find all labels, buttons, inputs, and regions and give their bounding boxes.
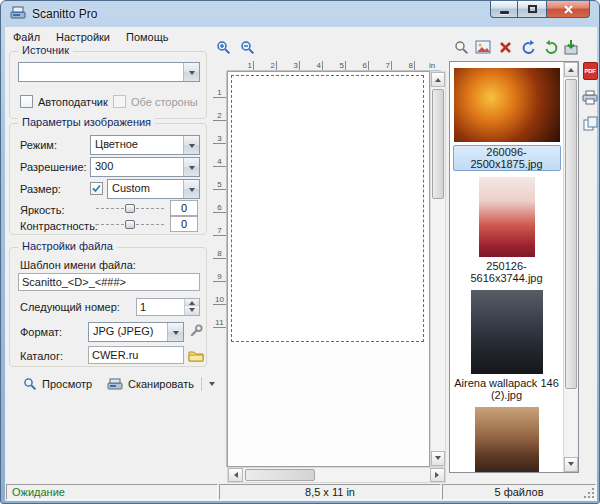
delete-x-icon [499, 41, 512, 54]
thumbnail-list: 260096-2500x1875.jpg 250126-5616x3744.jp… [449, 61, 579, 473]
preview-vertical-scrollbar[interactable] [430, 71, 446, 467]
autofeeder-checkbox[interactable] [20, 95, 33, 108]
contrast-slider[interactable] [96, 217, 164, 231]
ruler-tick-label: 11 [213, 305, 226, 328]
brightness-slider-thumb[interactable] [125, 204, 135, 213]
resolution-combobox[interactable]: 300 [90, 157, 200, 177]
thumbnail-item[interactable]: 250126-5616x3744.jpg [450, 171, 563, 284]
resolution-combobox-value: 300 [91, 158, 183, 176]
preview-button-label: Просмотр [42, 378, 92, 390]
print-button[interactable] [582, 87, 598, 107]
rotate-right-button[interactable] [541, 38, 561, 56]
maximize-button[interactable] [518, 1, 546, 18]
save-image-button[interactable] [561, 38, 581, 56]
ruler-tick-label: 9 [213, 259, 226, 282]
thumbnail-scrollbar[interactable] [563, 62, 578, 472]
chevron-left-icon [231, 472, 238, 478]
both-sides-label: Обе стороны [131, 96, 198, 108]
scan-button[interactable]: Сканировать [101, 374, 221, 394]
zoom-in-button[interactable] [213, 38, 233, 56]
chevron-down-icon [183, 63, 199, 81]
ruler-tick-label: 4 [213, 144, 226, 167]
titlebar[interactable]: Scanitto Pro [1, 1, 599, 27]
scan-button-label: Сканировать [128, 378, 194, 390]
format-settings-button[interactable] [186, 322, 206, 340]
folder-input[interactable] [88, 346, 184, 364]
view-image-button[interactable] [451, 38, 471, 56]
chevron-down-icon [189, 308, 195, 315]
scroll-left-button[interactable] [228, 468, 243, 482]
zoom-in-icon [216, 40, 231, 55]
thumbnail-item[interactable]: Airena wallapack 146 (70).jpg [450, 401, 563, 473]
scrollbar-thumb[interactable] [565, 79, 577, 389]
brightness-value: 0 [170, 200, 198, 216]
browse-folder-button[interactable] [186, 346, 206, 364]
ruler-tick-label: 5 [323, 61, 346, 70]
ruler-tick-label: 4 [300, 61, 323, 70]
scroll-up-button[interactable] [431, 72, 445, 87]
scroll-down-button[interactable] [431, 451, 445, 466]
format-combobox[interactable]: JPG (JPEG) [88, 322, 184, 342]
scan-preview-canvas[interactable] [227, 71, 430, 467]
chevron-right-icon [435, 472, 442, 478]
resize-grip[interactable] [583, 487, 595, 499]
chevron-down-icon [568, 462, 574, 469]
close-button[interactable] [546, 1, 590, 18]
app-window: Scanitto Pro ФайлНастройкиПомощь Источни… [0, 0, 600, 504]
vertical-ruler: 1234567891011 [213, 71, 227, 467]
both-sides-checkbox[interactable] [113, 95, 126, 108]
zoom-out-button[interactable] [237, 38, 257, 56]
menu-item[interactable]: Помощь [118, 28, 177, 46]
mode-combobox[interactable]: Цветное [90, 135, 200, 155]
size-checkbox[interactable] [90, 182, 103, 195]
autofeeder-label: Автоподатчик [38, 96, 108, 108]
ruler-tick-label: 7 [213, 213, 226, 236]
scroll-up-button[interactable] [564, 62, 578, 77]
source-combobox[interactable] [18, 62, 200, 82]
scrollbar-thumb[interactable] [432, 89, 444, 199]
scroll-down-button[interactable] [564, 457, 578, 472]
copy-icon [583, 116, 598, 131]
mode-label: Режим: [20, 139, 57, 151]
ruler-tick-label: 10 [213, 282, 226, 305]
delete-image-button[interactable] [495, 38, 515, 56]
preview-button[interactable]: Просмотр [17, 374, 98, 394]
ruler-tick-label: 2 [254, 61, 277, 70]
thumbnail-item[interactable]: Airena wallapack 146 (2).jpg [450, 284, 563, 401]
mode-combobox-value: Цветное [91, 136, 183, 154]
contrast-value: 0 [170, 216, 198, 232]
file-settings-group-label: Настройки файла [18, 240, 117, 252]
minimize-button[interactable] [490, 1, 518, 18]
filename-template-label: Шаблон имени файла: [20, 259, 136, 271]
format-combobox-value: JPG (JPEG) [89, 323, 167, 341]
picture-icon [475, 40, 491, 54]
ruler-unit-label: in [429, 61, 435, 70]
button-separator [201, 377, 202, 391]
preview-horizontal-scrollbar[interactable] [227, 467, 446, 483]
filename-template-input[interactable] [18, 273, 200, 291]
chevron-down-icon [183, 136, 199, 154]
thumbnail-filename: 250126-5616x3744.jpg [453, 260, 561, 284]
size-combobox[interactable]: Custom [107, 179, 200, 199]
copy-button[interactable] [582, 113, 598, 133]
scrollbar-thumb[interactable] [245, 469, 315, 481]
magnifier-icon [454, 40, 469, 55]
minimize-icon [500, 11, 509, 14]
contrast-slider-thumb[interactable] [125, 220, 135, 229]
ruler-tick-label: 5 [213, 167, 226, 190]
image-params-group: Параметры изображения Режим: Цветное Раз… [9, 123, 207, 235]
scan-selection-area[interactable] [231, 75, 424, 342]
next-number-stepper[interactable]: 1 [136, 298, 200, 316]
chevron-up-icon [189, 298, 195, 305]
contrast-label: Контрастность: [20, 220, 98, 232]
printer-icon [582, 90, 598, 105]
thumbnail-item[interactable]: 260096-2500x1875.jpg [450, 62, 563, 171]
edit-image-button[interactable] [473, 38, 493, 56]
brightness-slider[interactable] [96, 201, 164, 215]
source-group: Источник Автоподатчик Обе стороны [9, 51, 207, 119]
stepper-down-button[interactable] [185, 305, 199, 315]
export-pdf-button[interactable]: PDF [582, 61, 598, 81]
rotate-left-button[interactable] [519, 38, 539, 56]
size-label: Размер: [20, 183, 61, 195]
scroll-right-button[interactable] [430, 468, 445, 482]
